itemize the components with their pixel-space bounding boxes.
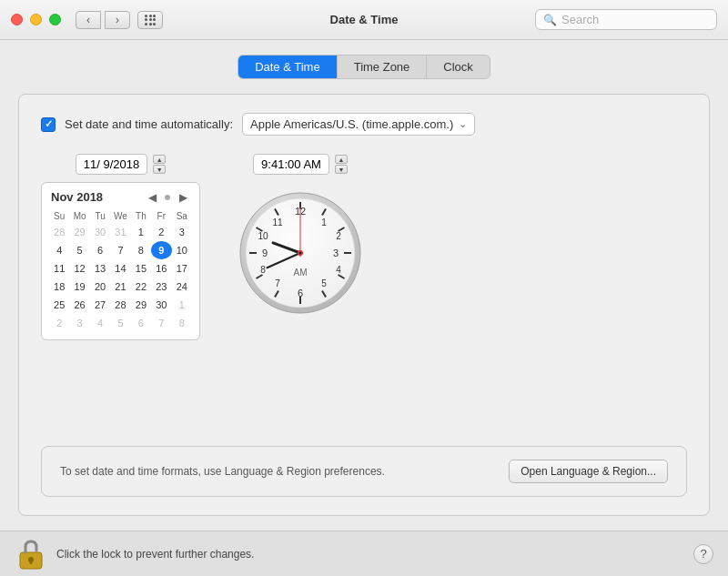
calendar-today-dot: [165, 195, 170, 200]
calendar-day[interactable]: 15: [131, 259, 151, 278]
calendar-day[interactable]: 19: [69, 278, 89, 296]
forward-button[interactable]: ›: [105, 11, 130, 29]
calendar-day[interactable]: 26: [69, 296, 89, 314]
calendar-day[interactable]: 7: [110, 241, 130, 259]
svg-text:2: 2: [336, 231, 341, 241]
calendar-day[interactable]: 8: [131, 241, 151, 259]
calendar-day[interactable]: 24: [172, 278, 192, 296]
auto-set-row: ✓ Set date and time automatically: Apple…: [41, 113, 687, 136]
calendar-day[interactable]: 1: [172, 296, 192, 314]
calendar-day[interactable]: 2: [151, 223, 171, 241]
calendar-day[interactable]: 28: [49, 223, 69, 241]
calendar-day[interactable]: 6: [131, 314, 151, 332]
auto-set-label: Set date and time automatically:: [65, 117, 233, 131]
lock-icon[interactable]: [15, 538, 47, 571]
calendar-day[interactable]: 13: [90, 259, 110, 278]
calendar-day[interactable]: 14: [110, 259, 130, 278]
col-sa: Sa: [172, 209, 192, 223]
date-decrement-button[interactable]: ▼: [153, 165, 166, 174]
open-language-region-button[interactable]: Open Language & Region...: [509, 460, 668, 483]
svg-text:9: 9: [262, 248, 268, 258]
calendar-day[interactable]: 2: [49, 314, 69, 332]
time-increment-button[interactable]: ▲: [335, 155, 348, 164]
check-icon: ✓: [45, 118, 53, 130]
time-input-row: 9:41:00 AM ▲ ▼: [253, 154, 348, 175]
search-icon: 🔍: [543, 14, 557, 26]
nav-buttons: ‹ ›: [76, 11, 130, 29]
calendar-day[interactable]: 4: [49, 241, 69, 259]
svg-text:6: 6: [298, 288, 303, 298]
calendar-day[interactable]: 17: [172, 259, 192, 278]
language-region-row: To set date and time formats, use Langua…: [41, 446, 687, 497]
tab-group: Date & Time Time Zone Clock: [238, 55, 490, 79]
date-field[interactable]: 11/ 9/2018: [76, 154, 147, 175]
calendar-day[interactable]: 10: [172, 241, 192, 259]
calendar-day[interactable]: 6: [90, 241, 110, 259]
maximize-button[interactable]: [49, 14, 61, 25]
svg-point-31: [299, 252, 302, 255]
auto-set-checkbox[interactable]: ✓: [41, 117, 56, 132]
calendar-day[interactable]: 20: [90, 278, 110, 296]
time-field[interactable]: 9:41:00 AM: [253, 154, 329, 175]
calendar-day[interactable]: 25: [49, 296, 69, 314]
time-value: 9:41:00 AM: [261, 157, 321, 171]
calendar-day[interactable]: 8: [172, 314, 192, 332]
traffic-lights: [11, 14, 61, 25]
calendar-day[interactable]: 30: [90, 223, 110, 241]
calendar-day[interactable]: 11: [49, 259, 69, 278]
col-we: We: [110, 209, 130, 223]
close-button[interactable]: [11, 14, 23, 25]
svg-text:AM: AM: [294, 268, 308, 278]
tab-bar: Date & Time Time Zone Clock: [18, 55, 710, 79]
back-button[interactable]: ‹: [76, 11, 101, 29]
calendar-day[interactable]: 28: [110, 296, 130, 314]
col-fr: Fr: [151, 209, 171, 223]
calendar-day[interactable]: 9: [151, 241, 171, 259]
search-input[interactable]: [561, 13, 709, 26]
col-th: Th: [131, 209, 151, 223]
panel: ✓ Set date and time automatically: Apple…: [18, 94, 710, 516]
calendar-day[interactable]: 7: [151, 314, 171, 332]
calendar-grid: Su Mo Tu We Th Fr Sa 2829303112345678910…: [49, 209, 192, 332]
calendar-day[interactable]: 31: [110, 223, 130, 241]
calendar-day[interactable]: 22: [131, 278, 151, 296]
calendar-day[interactable]: 29: [69, 223, 89, 241]
calendar-day[interactable]: 3: [172, 223, 192, 241]
calendar-day[interactable]: 5: [69, 241, 89, 259]
time-stepper: ▲ ▼: [335, 155, 348, 174]
search-bar[interactable]: 🔍: [535, 9, 717, 30]
tab-clock[interactable]: Clock: [427, 56, 490, 78]
calendar-day[interactable]: 21: [110, 278, 130, 296]
calendar-day[interactable]: 12: [69, 259, 89, 278]
window-title: Date & Time: [330, 13, 399, 26]
tab-time-zone[interactable]: Time Zone: [338, 56, 428, 78]
date-increment-button[interactable]: ▲: [153, 155, 166, 164]
time-decrement-button[interactable]: ▼: [335, 165, 348, 174]
svg-text:8: 8: [260, 265, 266, 275]
calendar-next-button[interactable]: ▶: [176, 191, 190, 204]
calendar-day[interactable]: 27: [90, 296, 110, 314]
svg-text:5: 5: [321, 278, 327, 288]
chevron-down-icon: ⌄: [459, 118, 467, 130]
calendar-day[interactable]: 4: [90, 314, 110, 332]
calendar-day[interactable]: 3: [69, 314, 89, 332]
server-value: Apple Americas/U.S. (time.apple.com.): [250, 117, 453, 131]
calendar-day[interactable]: 1: [131, 223, 151, 241]
language-region-text: To set date and time formats, use Langua…: [60, 465, 385, 478]
clock-face: 12 3 6 9 1 2 4 5 7 8 10 11 AM: [237, 189, 364, 317]
calendar-day[interactable]: 29: [131, 296, 151, 314]
calendar-day[interactable]: 18: [49, 278, 69, 296]
minimize-button[interactable]: [30, 14, 42, 25]
calendar-day[interactable]: 16: [151, 259, 171, 278]
calendar-day[interactable]: 5: [110, 314, 130, 332]
footer-lock-text: Click the lock to prevent further change…: [56, 548, 684, 561]
tab-date-time[interactable]: Date & Time: [238, 56, 338, 78]
calendar-prev-button[interactable]: ◀: [145, 191, 159, 204]
help-button[interactable]: ?: [693, 544, 713, 564]
col-mo: Mo: [69, 209, 89, 223]
calendar-day[interactable]: 23: [151, 278, 171, 296]
svg-text:3: 3: [333, 248, 339, 258]
server-dropdown[interactable]: Apple Americas/U.S. (time.apple.com.) ⌄: [242, 113, 475, 136]
calendar-day[interactable]: 30: [151, 296, 171, 314]
grid-view-button[interactable]: [137, 11, 163, 29]
